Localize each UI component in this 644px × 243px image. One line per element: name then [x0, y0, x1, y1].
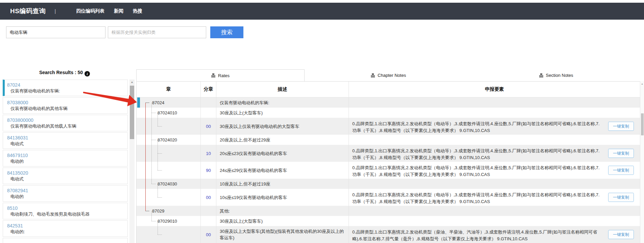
declaration-elements: 0.品牌类型,1.出口享惠情况,2.发动机类型（柴油、半柴油、汽油等）,3.成套…	[349, 227, 640, 242]
tab-label: Section Notes	[546, 73, 573, 78]
row-description: 24≤座≤29仅装有驱动电动机的客车	[216, 167, 290, 174]
sub-code-link[interactable]: 90	[201, 168, 216, 173]
keyword-search-input[interactable]	[6, 26, 105, 38]
row-description: 10≤座≤19仅装有驱动电动机的客车	[216, 194, 290, 201]
nav-item-2[interactable]: 新闻	[114, 8, 123, 14]
table-body: 87024仅装有驱动电动机的车辆:8702401030座及以上(大型客车)003…	[137, 97, 640, 243]
result-code-link[interactable]: 84679110	[7, 152, 125, 158]
row-description: 其他:	[216, 208, 233, 214]
result-description: 电动式	[7, 141, 125, 147]
result-description: 电动的	[7, 158, 125, 164]
result-item[interactable]: 8703800000仅装有驱动电动机的其他载人车辆	[3, 115, 128, 131]
tab-rates[interactable]: Rates	[136, 69, 305, 81]
tab-label: Rates	[218, 73, 230, 78]
notes-list-icon	[211, 73, 216, 78]
tab-label: Chapter Notes	[378, 73, 406, 78]
tab-section-notes[interactable]: Section Notes	[472, 69, 640, 81]
rates-table: 章分章描述申报要素 87024仅装有驱动电动机的车辆:8702401030座及以…	[136, 81, 640, 243]
hs-code[interactable]: 87024030	[158, 181, 177, 186]
scroll-up-icon[interactable]: ▲	[640, 83, 644, 85]
result-item[interactable]: 87024仅装有驱动电动机的车辆:	[3, 80, 128, 96]
result-code-link[interactable]: 842531	[7, 223, 125, 229]
copy-button[interactable]: 一键复制	[608, 230, 634, 239]
copy-button[interactable]: 一键复制	[608, 122, 634, 131]
search-button[interactable]: 搜索	[210, 26, 243, 38]
column-header: 章	[137, 82, 201, 97]
table-scrollbar[interactable]: ▲	[640, 81, 644, 243]
table-row: 8702402020座及以上,但不超过29座	[137, 135, 640, 145]
notes-list-icon	[539, 73, 544, 78]
hs-code[interactable]: 87029	[152, 208, 164, 214]
column-header: 描述	[216, 82, 349, 97]
sub-code-link[interactable]: 00	[201, 124, 216, 129]
result-item[interactable]: 87038000仅装有驱动电动机的其他车辆	[3, 97, 128, 114]
copy-button[interactable]: 一键复制	[608, 149, 634, 158]
result-item[interactable]: 84679110电动的	[3, 150, 128, 167]
hs-code[interactable]: 87029010	[158, 219, 177, 224]
result-code-link[interactable]: 87038000	[7, 100, 125, 106]
sub-code-link[interactable]: 00	[201, 232, 216, 237]
notes-list-icon	[371, 73, 375, 78]
result-description: 电动的	[7, 194, 125, 200]
hs-code-lookup-page: HS编码查询 | 四位编码列表新闻热搜 搜索 Search Results : …	[0, 0, 644, 243]
table-row: 1020≤座≤23仅装有驱动电动机的客车0.品牌类型,1.出口享惠情况,2.发动…	[137, 145, 640, 162]
search-results-header: Search Results : 50i	[0, 70, 129, 76]
result-code-link[interactable]: 87024	[7, 82, 125, 88]
result-item[interactable]: 8510电动剃须刀、电动毛发推剪及电动脱毛器	[3, 203, 128, 219]
row-description: 仅装有驱动电动机的车辆:	[216, 100, 272, 106]
info-icon[interactable]: i	[85, 71, 90, 76]
table-row: 8702401030座及以上(大型客车)	[137, 108, 640, 118]
row-description: 30座及以上(大型客车)	[216, 218, 265, 224]
result-item[interactable]: 842531电动的:	[3, 220, 128, 237]
result-description: 电动剃须刀、电动毛发推剪及电动脱毛器	[7, 211, 125, 217]
declaration-elements: 0.品牌类型,1.出口享惠情况,2.发动机类型（电动等）,3.成套散件请注明,4…	[349, 163, 640, 178]
result-description: 电动的:	[7, 229, 125, 235]
row-description: 10座及以上,但不超过19座	[216, 181, 273, 187]
table-header-row: 章分章描述申报要素	[137, 82, 640, 97]
row-description: 20≤座≤23仅装有驱动电动机的客车	[216, 150, 290, 157]
result-description: 仅装有驱动电动机的其他载人车辆	[7, 123, 125, 129]
topbar: HS编码查询 | 四位编码列表新闻热搜	[0, 3, 644, 20]
copy-button[interactable]: 一键复制	[608, 193, 634, 202]
column-header: 申报要素	[349, 82, 640, 97]
result-code-link[interactable]: 8703800000	[7, 117, 125, 123]
result-description: 电动式	[7, 176, 125, 182]
column-header: 分章	[201, 82, 216, 97]
copy-button[interactable]: 一键复制	[608, 166, 634, 175]
result-item[interactable]: 84135020电动式	[3, 168, 128, 184]
hs-code[interactable]: 87024	[152, 100, 164, 105]
result-code-link[interactable]: 84135020	[7, 170, 125, 176]
scroll-up-icon[interactable]: ▲	[129, 80, 135, 85]
sub-code-link[interactable]: 10	[201, 151, 216, 156]
declaration-elements: 0.品牌类型,1.出口享惠情况,2.发动机类型（电动等）,3.成套散件请注明,4…	[349, 190, 640, 205]
hs-code[interactable]: 87024010	[158, 110, 177, 115]
table-scrollbar-thumb[interactable]	[641, 113, 644, 135]
result-description: 仅装有驱动电动机的其他车辆	[7, 106, 125, 112]
tab-chapter-notes[interactable]: Chapter Notes	[305, 69, 472, 81]
result-item[interactable]	[3, 238, 128, 243]
sidebar-scrollbar[interactable]: ▲	[129, 80, 135, 243]
table-row: 0030座及以上仅装有驱动电动机的大型客车0.品牌类型,1.出口享惠情况,2.发…	[137, 118, 640, 135]
table-row: 0010≤座≤19仅装有驱动电动机的客车0.品牌类型,1.出口享惠情况,2.发动…	[137, 189, 640, 206]
sub-code-link[interactable]: 00	[201, 195, 216, 200]
row-description: 30座及以上(大型客车)	[216, 110, 265, 116]
table-row: 8702403010座及以上,但不超过19座	[137, 179, 640, 189]
result-code-link[interactable]: 8510	[7, 205, 125, 211]
result-code-link[interactable]: 84136031	[7, 135, 125, 141]
sidebar-scrollbar-thumb[interactable]	[130, 86, 134, 139]
table-row: 0030座及以上大型客车(其他型)(指装有其他发动机的30座及以上的客运车)0.…	[137, 226, 640, 243]
table-row: 87029其他:	[137, 206, 640, 216]
classify-by-history-input[interactable]	[108, 26, 206, 38]
search-results-count: Search Results : 50	[39, 70, 83, 75]
result-code-link[interactable]: 87082941	[7, 187, 125, 194]
nav-item-3[interactable]: 热搜	[133, 8, 142, 14]
hs-code[interactable]: 87024020	[158, 137, 177, 142]
table-row: 8702901030座及以上(大型客车)	[137, 216, 640, 226]
nav-item-1[interactable]: 四位编码列表	[76, 8, 104, 14]
declaration-elements: 0.品牌类型,1.出口享惠情况,2.发动机类型（电动等）,3.成套散件请注明,4…	[349, 146, 640, 161]
result-item[interactable]: 84136031电动式	[3, 132, 128, 149]
table-row: 9024≤座≤29仅装有驱动电动机的客车0.品牌类型,1.出口享惠情况,2.发动…	[137, 162, 640, 179]
detail-tabs: RatesChapter NotesSection Notes	[136, 69, 640, 81]
result-item[interactable]: 87082941电动的	[3, 185, 128, 202]
search-area: 搜索	[0, 26, 644, 39]
